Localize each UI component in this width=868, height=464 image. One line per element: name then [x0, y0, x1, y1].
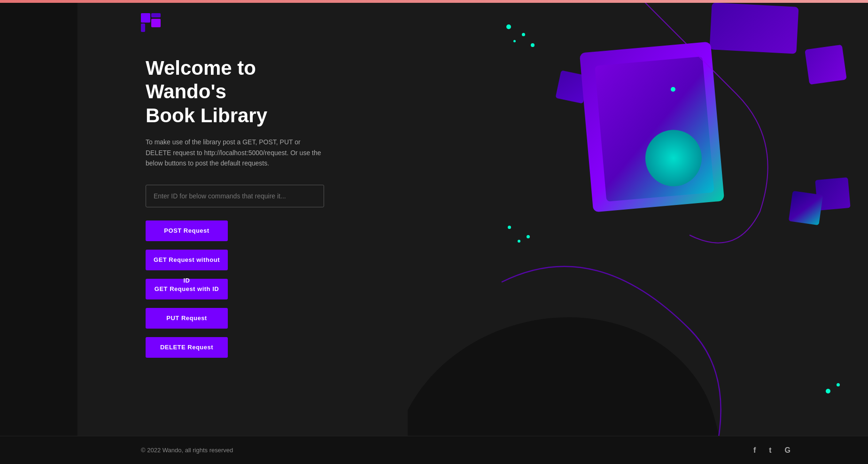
deco-dot-9 [826, 389, 830, 393]
footer-copyright: © 2022 Wando, all rights reserved [141, 447, 233, 454]
delete-request-button[interactable]: DELETE Request [146, 337, 228, 358]
deco-dot-8 [518, 240, 520, 243]
sidebar [0, 0, 78, 464]
footer-social: f t G [753, 446, 790, 455]
deco-dot-1 [506, 24, 511, 29]
deco-dot-5 [671, 87, 675, 92]
google-icon[interactable]: G [785, 446, 790, 455]
get-without-id-button[interactable]: GET Request without ID [146, 250, 228, 270]
deco-dot-2 [522, 33, 525, 36]
deco-dot-10 [837, 383, 840, 386]
deco-square-1 [710, 2, 799, 54]
deco-dot-4 [531, 43, 535, 47]
put-request-button[interactable]: PUT Request [146, 308, 228, 329]
page-description: To make use of the library post a GET, P… [146, 137, 324, 168]
facebook-icon[interactable]: f [753, 446, 756, 455]
deco-square-5 [789, 191, 823, 225]
deco-dot-3 [513, 40, 516, 42]
id-input[interactable] [146, 185, 324, 207]
footer: © 2022 Wando, all rights reserved f t G [0, 436, 868, 464]
deco-dot-6 [508, 226, 511, 229]
deco-shape-main-inner [595, 56, 714, 202]
post-request-button[interactable]: POST Request [146, 220, 228, 241]
main-content: Welcome to Wando's Book Library To make … [78, 0, 406, 464]
deco-dot-7 [527, 235, 530, 238]
deco-square-2 [805, 45, 847, 85]
get-with-id-button[interactable]: GET Request with ID [146, 279, 228, 299]
deco-shape-main [580, 41, 725, 212]
deco-area [408, 0, 868, 464]
twitter-icon[interactable]: t [769, 446, 771, 455]
page-title: Welcome to Wando's Book Library [146, 56, 338, 127]
top-accent-bar [0, 0, 868, 3]
